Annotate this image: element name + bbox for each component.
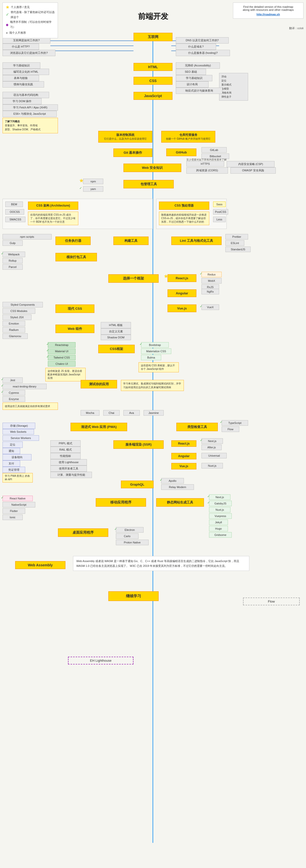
typescript-box: TypeScript [222, 420, 248, 426]
gatsby-label: GatsbyJS [214, 502, 226, 505]
nextjs-check: ✓ [200, 438, 203, 442]
css-flex: 弹性盒子 [221, 95, 246, 99]
testing-label: 测试你的应用 [89, 382, 109, 386]
smacss-box: SMACSS [5, 217, 25, 222]
yarn-label: yarn [90, 187, 96, 190]
what-hosting-box: 什么是服务器 (hosting)? [176, 50, 230, 56]
parcel-box: Parcel [2, 264, 23, 270]
info-url[interactable]: http://roadmap.sh [257, 13, 280, 16]
git-node: Git 基本操作 [113, 149, 152, 157]
main-title-text: 前端开发 [138, 12, 168, 20]
radium-box: Radium [2, 327, 25, 333]
what-domain-box: 什么是域名? [176, 43, 216, 50]
storage-box: 存储 (Storage) [2, 423, 35, 429]
owasp-box: OWASP 安全风险 [230, 167, 276, 174]
rtl-label: react-testing-library [12, 385, 36, 388]
react-star-icon: ⭐ [164, 274, 168, 278]
csp-label: 内容安全策略 (CSP) [238, 162, 263, 165]
standardjs-label: StandardJS [231, 248, 245, 251]
type-checker-label: 类型检查工具 [187, 425, 207, 429]
proton-native-label: Proton Native [124, 541, 141, 544]
legend-item-order: ◆ 顺序并不强制（可以在任何时候学习） [6, 20, 55, 30]
ionic-box: Ionic [2, 515, 23, 520]
css-features-box: 浮动 定位 显示模式 盒模型 网格布局 弹性盒子 [219, 73, 248, 101]
enzyme-label: Enzyme [9, 398, 19, 401]
sass-box: Sass [213, 202, 226, 207]
ssr-label: 服务端渲染 (SSR) [126, 442, 151, 446]
seo-label: SEO 基础 [185, 70, 197, 73]
payments-label: 支付 [8, 462, 14, 465]
js-es6-label: ES6+ 与模块化 JavaScript [13, 112, 46, 115]
material-ui-box: Material UI [48, 348, 76, 354]
learn-basics-box: 学习基础知识 [2, 62, 40, 69]
enzyme-box: Enzyme [2, 396, 25, 402]
module-bundler-node: 模块打包工具 [55, 253, 97, 261]
css-framework-label: CSS框架 [110, 347, 123, 351]
parcel-label: Parcel [8, 266, 17, 269]
react-node: React.js [167, 274, 196, 282]
lint-node: Lint 工具与格式化工具 [171, 237, 222, 245]
bitbucket-label: Bitbucket [210, 155, 221, 158]
vue-label: Vue.js [177, 306, 187, 310]
npm-star-icon: ⭐ [79, 179, 83, 182]
react-native-label: React Native [10, 497, 26, 500]
vcs-node: 版本控制系统 它们是什么，以及为什么你应该使用它 [98, 131, 152, 143]
web-security-node: Web 安全知识 [123, 163, 181, 172]
styled-components-box: Styled Components [2, 302, 43, 307]
web-components-label: Web 组件 [68, 327, 82, 331]
lint-label: Lint 工具与格式化工具 [180, 239, 213, 243]
eh-lighthouse-box: EH Lighthouse [68, 657, 134, 664]
js-fetch-box: 学习 Fetch API / Ajax (XHR) [2, 104, 58, 111]
css-label: CSS [149, 79, 157, 83]
check-icon: ✓ [6, 11, 9, 19]
calc-box: 计算、测量与提升性能 [50, 472, 92, 478]
location-box: 定位 [2, 441, 23, 448]
ssr-react-node: React.js [171, 440, 196, 447]
typescript-label: TypeScript [228, 422, 242, 425]
desktop-app-node: 桌面应用程序 [58, 528, 108, 537]
how-browser-label: 浏览器以及它们是如何工作的? [10, 51, 48, 54]
rxjs-label: RxJS [207, 285, 214, 288]
css-float: 浮动 [221, 75, 246, 79]
html-label: HTML [148, 65, 158, 69]
vue-node: Vue.js [167, 304, 196, 312]
universal-box: Universal [201, 453, 227, 458]
jekyll-label: Jekyll [215, 521, 222, 524]
css-box: 盒模型 [221, 87, 246, 91]
ionic-label: Ionic [9, 516, 16, 519]
sass-label: Sass [216, 203, 222, 206]
type-checker-node: 类型检查工具 [176, 423, 218, 431]
tailwind-label: Tailwind CSS [54, 356, 70, 359]
what-domain-label: 什么是域名? [188, 45, 203, 48]
testing-note-box: 使用这些工具就能满足你的所有测试需求 [2, 403, 58, 410]
use-lighthouse-box: 使用 Lighthouse [50, 459, 87, 465]
bootstrap-check: ✓ [140, 342, 142, 346]
chakra-label: Chakro UI [55, 362, 68, 365]
jest-label: Jest [10, 379, 15, 382]
css-section-container: BEM OOCSS SMACSS CSS 架构 (Architecture) 在… [2, 199, 154, 229]
task-runner-label: 任务执行器 [65, 239, 81, 243]
js-label: JavaScript [144, 94, 162, 98]
css-arch-desc-box: 在现代的前端应用里 CSS-in-JS 成功了，你不再需要过度在意它。不过至少有… [28, 212, 78, 225]
task-runner-node: 任务执行器 [55, 237, 91, 245]
how-browser-box: 浏览器以及它们是如何工作的? [2, 50, 55, 56]
flow-label: Flow [227, 428, 233, 431]
carlo-label: Carlo [124, 535, 131, 538]
what-http-box: 什么是 HTTP? [2, 43, 39, 50]
storage-label: 存储 (Storage) [10, 424, 28, 427]
less-box: Less [213, 217, 226, 222]
gitlab-label: GitLab [210, 149, 218, 151]
cors-box: 跨域资源 (CORS) [186, 167, 228, 174]
location-label: 定位 [10, 443, 16, 446]
legend-order-label: 顺序并不强制（可以在任何时候学习） [10, 20, 55, 30]
flow-box: Flow [222, 427, 239, 432]
continue-learning-label: 继续学习 [126, 594, 141, 598]
jasmine-label: Jasmine [148, 411, 159, 414]
conventions-box: 惯例与最佳实践 [2, 81, 44, 88]
webpack-check-icon: ✓ [1, 252, 4, 255]
custom-elements-box: 自定义元素 [101, 328, 131, 335]
bulma-label: Bulma [147, 356, 155, 359]
css-arch-desc-text: 在现代的前端应用里 CSS-in-JS 成功了，你不再需要过度在意它。不过至少有… [30, 213, 76, 223]
ssr-vue-node: Vue.js [171, 463, 196, 469]
perf-box: 性能指标 [50, 453, 81, 459]
